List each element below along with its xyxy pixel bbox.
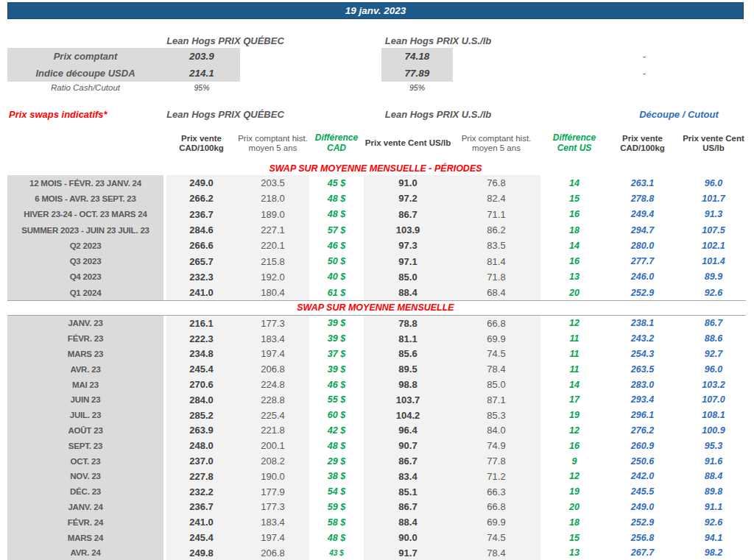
cutout-us-cell[interactable]: 88.6 (681, 331, 746, 347)
difference-us-cell[interactable]: 12 (545, 469, 604, 484)
cutout-cad-cell[interactable]: 267.7 (604, 545, 681, 560)
cutout-us-cell[interactable]: 92.6 (681, 514, 746, 530)
difference-us-cell[interactable]: 15 (545, 191, 604, 206)
prix-vente-us-cell[interactable]: 90.0 (364, 530, 452, 545)
hist-us-cell[interactable]: 68.4 (452, 285, 540, 300)
difference-cad-cell[interactable]: 48 $ (312, 438, 361, 453)
prix-vente-cad-cell[interactable]: 245.4 (166, 361, 236, 377)
prix-vente-us-cell[interactable]: 78.8 (364, 316, 452, 331)
cutout-us-cell[interactable]: 91.6 (681, 453, 746, 469)
prix-vente-us-cell[interactable]: 104.2 (364, 408, 452, 423)
difference-us-cell[interactable]: 11 (545, 347, 604, 362)
cutout-cad-cell[interactable]: 250.6 (604, 453, 681, 469)
prix-vente-us-cell[interactable]: 85.1 (364, 484, 452, 500)
prix-vente-cad-cell[interactable]: 270.6 (166, 377, 236, 392)
prix-vente-us-cell[interactable]: 98.8 (364, 377, 452, 392)
difference-us-cell[interactable]: 16 (545, 438, 604, 453)
hist-cad-cell[interactable]: 197.4 (236, 347, 309, 362)
hist-cad-cell[interactable]: 225.4 (236, 408, 309, 423)
cutout-us-cell[interactable]: 95.3 (681, 438, 746, 453)
cutout-cad-cell[interactable]: 256.8 (604, 530, 681, 545)
cutout-us-cell[interactable]: 98.2 (681, 545, 746, 560)
hist-us-cell[interactable]: 85.3 (452, 408, 540, 423)
cutout-us-cell[interactable]: 103.2 (681, 377, 746, 392)
hist-us-cell[interactable]: 84.0 (452, 423, 540, 439)
prix-vente-us-cell[interactable]: 85.6 (364, 347, 452, 362)
prix-vente-us-cell[interactable]: 83.4 (364, 469, 452, 484)
difference-cad-cell[interactable]: 48 $ (312, 530, 361, 545)
spot-cash-quebec-value[interactable]: 203.9 (163, 51, 240, 62)
cutout-cad-cell[interactable]: 254.3 (604, 347, 681, 362)
difference-cad-cell[interactable]: 61 $ (312, 285, 361, 300)
prix-vente-us-cell[interactable]: 97.2 (364, 191, 452, 206)
hist-us-cell[interactable]: 77.8 (452, 453, 540, 469)
cutout-us-cell[interactable]: 107.5 (681, 222, 746, 238)
prix-vente-cad-cell[interactable]: 285.2 (166, 408, 236, 423)
difference-cad-cell[interactable]: 46 $ (312, 238, 361, 253)
cutout-us-cell[interactable]: 101.7 (681, 191, 746, 206)
hist-us-cell[interactable]: 78.4 (452, 545, 540, 560)
cutout-us-cell[interactable]: 108.1 (681, 408, 746, 423)
hist-cad-cell[interactable]: 183.4 (236, 331, 309, 347)
hist-cad-cell[interactable]: 206.8 (236, 361, 309, 377)
prix-vente-cad-cell[interactable]: 284.6 (166, 222, 236, 238)
cutout-us-cell[interactable]: 96.0 (681, 361, 746, 377)
difference-us-cell[interactable]: 16 (545, 253, 604, 269)
hist-cad-cell[interactable]: 177.9 (236, 484, 309, 500)
difference-cad-cell[interactable]: 57 $ (312, 222, 361, 238)
spot-ratio-quebec-value[interactable]: 95% (163, 83, 240, 92)
prix-vente-us-cell[interactable]: 91.7 (364, 545, 452, 560)
hist-us-cell[interactable]: 66.8 (452, 316, 540, 331)
hist-us-cell[interactable]: 66.8 (452, 500, 540, 515)
prix-vente-us-cell[interactable]: 103.9 (364, 222, 452, 238)
cutout-cad-cell[interactable]: 276.2 (604, 423, 681, 439)
hist-cad-cell[interactable]: 227.1 (236, 222, 309, 238)
difference-us-cell[interactable]: 14 (545, 175, 604, 191)
hist-cad-cell[interactable]: 200.1 (236, 438, 309, 453)
difference-cad-cell[interactable]: 38 $ (312, 469, 361, 484)
difference-cad-cell[interactable]: 59 $ (312, 500, 361, 515)
cutout-cad-cell[interactable]: 249.4 (604, 207, 681, 222)
hist-us-cell[interactable]: 71.2 (452, 469, 540, 484)
difference-cad-cell[interactable]: 39 $ (312, 316, 361, 331)
hist-us-cell[interactable]: 69.9 (452, 514, 540, 530)
prix-vente-cad-cell[interactable]: 234.8 (166, 347, 236, 362)
cutout-cad-cell[interactable]: 238.1 (604, 316, 681, 331)
difference-us-cell[interactable]: 17 (545, 392, 604, 408)
prix-vente-cad-cell[interactable]: 236.7 (166, 207, 236, 222)
cutout-us-cell[interactable]: 88.4 (681, 469, 746, 484)
cutout-us-cell[interactable]: 91.1 (681, 500, 746, 515)
spot-cash-us-value[interactable]: 74.18 (381, 51, 453, 62)
hist-us-cell[interactable]: 71.1 (452, 207, 540, 222)
prix-vente-us-cell[interactable]: 90.7 (364, 438, 452, 453)
prix-vente-cad-cell[interactable]: 245.4 (166, 530, 236, 545)
cutout-cad-cell[interactable]: 245.5 (604, 484, 681, 500)
difference-us-cell[interactable]: 15 (545, 530, 604, 545)
prix-vente-us-cell[interactable]: 85.0 (364, 269, 452, 285)
hist-us-cell[interactable]: 78.4 (452, 361, 540, 377)
prix-vente-cad-cell[interactable]: 241.0 (166, 514, 236, 530)
difference-us-cell[interactable]: 18 (545, 514, 604, 530)
difference-us-cell[interactable]: 16 (545, 207, 604, 222)
difference-us-cell[interactable]: 20 (545, 500, 604, 515)
difference-us-cell[interactable]: 11 (545, 361, 604, 377)
difference-cad-cell[interactable]: 60 $ (312, 408, 361, 423)
cutout-us-cell[interactable]: 94.1 (681, 530, 746, 545)
hist-us-cell[interactable]: 71.8 (452, 269, 540, 285)
hist-cad-cell[interactable]: 224.8 (236, 377, 309, 392)
prix-vente-cad-cell[interactable]: 227.8 (166, 469, 236, 484)
prix-vente-cad-cell[interactable]: 265.7 (166, 253, 236, 269)
hist-us-cell[interactable]: 69.9 (452, 331, 540, 347)
prix-vente-us-cell[interactable]: 88.4 (364, 514, 452, 530)
difference-cad-cell[interactable]: 37 $ (312, 347, 361, 362)
difference-cad-cell[interactable]: 45 $ (312, 175, 361, 191)
cutout-cad-cell[interactable]: 252.9 (604, 514, 681, 530)
difference-us-cell[interactable]: 12 (545, 423, 604, 439)
hist-cad-cell[interactable]: 177.3 (236, 316, 309, 331)
hist-us-cell[interactable]: 86.2 (452, 222, 540, 238)
hist-us-cell[interactable]: 87.1 (452, 392, 540, 408)
difference-us-cell[interactable]: 13 (545, 545, 604, 560)
hist-cad-cell[interactable]: 215.8 (236, 253, 309, 269)
cutout-cad-cell[interactable]: 278.8 (604, 191, 681, 206)
cutout-us-cell[interactable]: 96.0 (681, 175, 746, 191)
